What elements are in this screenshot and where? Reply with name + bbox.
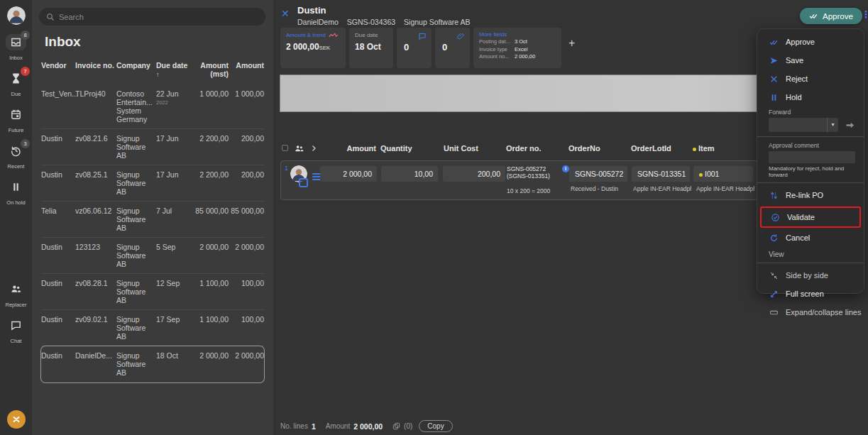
due-date-card[interactable]: Due date 18 Oct xyxy=(349,28,393,68)
document-preview[interactable] xyxy=(280,75,767,112)
amount-trend-card[interactable]: Amount & trend 2 000,00SEK xyxy=(280,28,346,68)
close-icon[interactable]: ✕ xyxy=(281,8,290,19)
col-item[interactable]: Item xyxy=(693,144,715,153)
col-amount-mst[interactable]: Amount (mst) xyxy=(192,61,229,79)
attachments-card[interactable]: 0 xyxy=(435,28,470,68)
sidebar-item-onhold[interactable]: On hold xyxy=(0,179,32,206)
menu-item-reject[interactable]: Reject xyxy=(757,72,864,86)
col-invoice-no[interactable]: Invoice no. xyxy=(75,61,116,79)
cell-invoice-no: TLProj40 xyxy=(75,89,116,123)
orderno-input[interactable]: SGNS-005272 xyxy=(569,166,627,182)
cell-due-date: 17 Sep xyxy=(156,315,192,341)
sidebar-item-due[interactable]: 7 Due xyxy=(0,70,32,97)
quantity-input[interactable]: 10,00 xyxy=(381,166,438,182)
check-circle-icon xyxy=(771,213,780,222)
col-company[interactable]: Company xyxy=(116,61,156,79)
sidebar-item-chat[interactable]: Chat xyxy=(0,317,32,344)
validate-highlight-box: Validate xyxy=(760,207,861,228)
comments-count: 0 xyxy=(404,42,409,53)
menu-item-side-by-side[interactable]: Side by side xyxy=(757,268,864,282)
app-root: 8 Inbox 7 Due Future 3 Recent On hold Re… xyxy=(0,0,868,435)
add-card-button[interactable]: + xyxy=(568,37,575,50)
item-input[interactable]: I001 xyxy=(693,166,753,182)
menu-item-save[interactable]: Save xyxy=(757,53,864,67)
col-orderno[interactable]: OrderNo xyxy=(568,144,600,153)
field-invoice-type: Invoice typeExcel xyxy=(479,46,556,53)
cell-company: Signup Software AB xyxy=(116,207,156,232)
pause-icon xyxy=(10,181,22,193)
line-select-badge[interactable] xyxy=(299,178,308,187)
col-vendor[interactable]: Vendor xyxy=(41,61,75,79)
cell-amount-mst: 1 100,00 xyxy=(192,279,229,304)
footer-amount-value: 2 000,00 xyxy=(353,422,383,431)
menu-item-validate[interactable]: Validate xyxy=(762,210,859,224)
cell-amount: 85 000,00 xyxy=(229,207,264,232)
approve-button[interactable]: Approve xyxy=(800,8,862,24)
menu-item-hold[interactable]: Hold xyxy=(757,90,864,104)
cell-vendor: Dustin xyxy=(41,170,75,196)
comments-card[interactable]: 0 xyxy=(397,28,432,68)
orderlotid-input[interactable]: SGNS-013351 xyxy=(632,166,690,182)
menu-item-full-screen[interactable]: Full screen xyxy=(757,287,864,301)
col-unit-cost[interactable]: Unit Cost xyxy=(444,144,478,153)
field-amount-no: Amount no...2 000,00 xyxy=(479,53,556,60)
approval-comment-input[interactable] xyxy=(769,151,855,163)
sidebar-item-inbox[interactable]: 8 Inbox xyxy=(0,34,32,61)
inbox-icon xyxy=(10,36,22,48)
col-order-no[interactable]: Order no. xyxy=(506,144,542,153)
col-amount[interactable]: Amount xyxy=(229,61,264,79)
send-icon xyxy=(769,56,779,65)
invoice-row[interactable]: Dustin DanielDe... Signup Software AB 18… xyxy=(41,346,264,382)
line-items-header: Amount Quantity Unit Cost Order no. Orde… xyxy=(280,142,764,158)
footer-comments-count: (0) xyxy=(404,422,412,430)
invoice-row[interactable]: Dustin zv08.21.6 Signup Software AB 17 J… xyxy=(41,129,264,165)
sidebar-item-recent[interactable]: 3 Recent xyxy=(0,143,32,170)
lines-footer: No. lines 1 Amount 2 000,00 (0) Copy xyxy=(280,420,453,432)
invoice-row[interactable]: Dustin zv09.02.1 Signup Software AB 17 S… xyxy=(41,310,264,346)
invoice-row[interactable]: Dustin zv08.28.1 Signup Software AB 12 S… xyxy=(41,274,264,310)
forward-row: ▾ xyxy=(757,118,864,132)
col-orderlotid[interactable]: OrderLotId xyxy=(631,144,671,153)
menu-item-relink-po[interactable]: Re-link PO xyxy=(757,188,864,202)
sidebar: 8 Inbox 7 Due Future 3 Recent On hold Re… xyxy=(0,0,32,435)
col-amount[interactable]: Amount xyxy=(319,144,376,153)
cell-company: Signup Software AB xyxy=(116,351,156,377)
kebab-menu-icon[interactable]: ⋮ xyxy=(861,9,868,20)
more-fields-card[interactable]: More fields Posting dat...3 Oct Invoice … xyxy=(473,28,561,68)
user-avatar[interactable] xyxy=(7,6,26,25)
search-bar[interactable] xyxy=(39,8,265,26)
col-due-date[interactable]: Due date ↑ xyxy=(156,61,192,79)
cell-amount-mst: 1 100,00 xyxy=(192,315,229,341)
cell-invoice-no: zv08.25.1 xyxy=(75,170,116,196)
cell-amount-mst: 2 000,00 xyxy=(192,243,229,268)
due-badge: 7 xyxy=(21,67,30,76)
copy-button[interactable]: Copy xyxy=(419,420,452,432)
line-items: Amount Quantity Unit Cost Order no. Orde… xyxy=(280,142,764,200)
search-input[interactable] xyxy=(59,13,243,21)
invoice-row[interactable]: Dustin 123123 Signup Software AB 5 Sep 2… xyxy=(41,238,264,274)
select-all-checkbox[interactable] xyxy=(282,145,288,151)
chevron-right-icon[interactable] xyxy=(309,144,318,153)
cell-company: Signup Software AB xyxy=(116,134,156,160)
cell-amount-mst: 85 000,00 xyxy=(192,207,229,232)
sidebar-item-future[interactable]: Future xyxy=(0,106,32,133)
forward-select[interactable]: ▾ xyxy=(769,118,838,132)
sidebar-item-replacer[interactable]: Replacer xyxy=(0,281,32,308)
invoice-row[interactable]: Test_Ven... TLProj40 Contoso Entertain..… xyxy=(41,84,264,129)
menu-item-approve[interactable]: Approve xyxy=(757,35,864,49)
line-item-row[interactable]: 1 2 000,00 10,00 200,00 SGNS-005272 (SGN… xyxy=(280,160,764,200)
menu-item-cancel[interactable]: Cancel xyxy=(757,231,864,245)
info-icon[interactable]: i xyxy=(562,165,569,172)
cell-company: Signup Software AB xyxy=(116,279,156,304)
invoice-row[interactable]: Telia vz06.06.12 Signup Software AB 7 Ju… xyxy=(41,202,264,238)
invoice-row[interactable]: Dustin zv08.25.1 Signup Software AB 17 J… xyxy=(41,165,264,202)
amount-input[interactable]: 2 000,00 xyxy=(320,166,377,182)
cell-due-date: 17 Jun xyxy=(156,170,192,196)
unit-cost-input[interactable]: 200,00 xyxy=(443,166,505,182)
menu-item-expand-collapse[interactable]: Expand/collapse lines xyxy=(757,305,864,319)
col-quantity[interactable]: Quantity xyxy=(380,144,412,153)
forward-go-icon[interactable] xyxy=(845,120,855,131)
cell-amount: 200,00 xyxy=(229,170,264,196)
cell-amount-mst: 2 000,00 xyxy=(192,351,229,377)
no-lines-value: 1 xyxy=(312,422,316,431)
